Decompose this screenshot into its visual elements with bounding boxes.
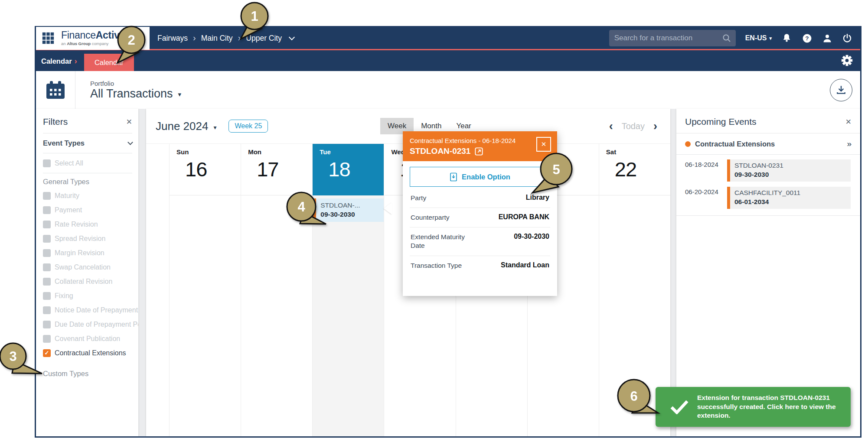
- divider: [43, 173, 132, 173]
- divider: [75, 71, 75, 109]
- filter-checkbox-spread-revision[interactable]: Spread Revision: [43, 231, 138, 246]
- custom-types-label: Custom Types: [43, 370, 138, 378]
- divider: [43, 153, 132, 153]
- filter-checkbox-collateral-revision[interactable]: Collateral Revision: [43, 274, 138, 289]
- popup-transaction-id[interactable]: STDLOAN-0231: [410, 146, 470, 156]
- checkmark-icon: [670, 400, 689, 414]
- callout-3: 3: [0, 337, 57, 393]
- chevron-down-icon: [127, 140, 133, 145]
- checkbox-unchecked-icon: [43, 235, 51, 243]
- toast-message: Extension for transaction STDLOAN-0231 s…: [697, 393, 840, 420]
- breadcrumb-separator-icon: ›: [193, 33, 196, 43]
- contractual-extensions-dot-icon: [685, 141, 691, 147]
- event-card: CASHFACILITY_0011 06-01-2034: [727, 187, 851, 209]
- date-navigation: ‹ Today ›: [609, 120, 661, 132]
- checkbox-unchecked-icon: [43, 192, 51, 200]
- external-link-icon[interactable]: [474, 147, 483, 156]
- upcoming-section-header: Contractual Extensions »: [676, 133, 860, 154]
- upcoming-event-item[interactable]: 06-20-2024 CASHFACILITY_0011 06-01-2034: [676, 182, 860, 209]
- svg-text:6: 6: [630, 389, 637, 404]
- callout-1: 1: [228, 0, 280, 49]
- search-box[interactable]: [609, 30, 736, 46]
- filter-checkbox-due-date-prepayment[interactable]: Due Date of Prepayment Penalty: [43, 317, 138, 331]
- module-navbar: Calendar › Calendar: [36, 50, 860, 71]
- module-breadcrumb-chevron-icon: ›: [75, 56, 77, 66]
- search-icon[interactable]: [722, 33, 731, 43]
- help-icon[interactable]: ?: [802, 33, 813, 44]
- enable-option-icon: [450, 172, 457, 182]
- checkbox-unchecked-icon: [43, 306, 51, 314]
- checkbox-unchecked-icon: [43, 292, 51, 300]
- top-navbar: FinanceActive an Altus Group company Fai…: [36, 27, 860, 50]
- close-icon: ✕: [541, 140, 547, 148]
- filter-checkbox-swap-cancelation[interactable]: Swap Cancelation: [43, 260, 138, 274]
- popup-title: Contractual Extensions - 06-18-2024: [410, 137, 550, 144]
- checkbox-unchecked-icon: [43, 159, 51, 167]
- general-types-label: General Types: [43, 178, 138, 186]
- today-button[interactable]: Today: [622, 121, 645, 131]
- svg-text:2: 2: [127, 32, 135, 48]
- checkbox-unchecked-icon: [43, 321, 51, 328]
- divider: [676, 215, 860, 216]
- caret-down-icon: ▾: [769, 36, 772, 41]
- popup-pointer-arrow: [384, 202, 392, 214]
- day-column-sun[interactable]: Sun16: [170, 144, 241, 436]
- filter-checkbox-contractual-extensions[interactable]: ✓ Contractual Extensions: [43, 346, 138, 360]
- brand-regular: Finance: [61, 29, 96, 41]
- svg-text:5: 5: [552, 162, 560, 177]
- filter-checkbox-fixing[interactable]: Fixing: [43, 289, 138, 303]
- month-label: June 2024: [156, 120, 208, 133]
- callout-2: 2: [104, 20, 157, 72]
- settings-gear-icon[interactable]: [841, 54, 853, 67]
- upcoming-events-title: Upcoming Events: [685, 117, 757, 127]
- svg-text:3: 3: [9, 349, 16, 364]
- grid-gutter: [146, 144, 170, 436]
- event-types-label: Event Types: [43, 139, 85, 147]
- module-breadcrumb[interactable]: Calendar: [41, 57, 72, 65]
- filter-checkbox-payment[interactable]: Payment: [43, 203, 138, 217]
- next-week-icon[interactable]: ›: [653, 120, 657, 132]
- filter-checkbox-covenant-publication[interactable]: Covenant Publication: [43, 331, 138, 346]
- calendar-icon: [44, 81, 75, 100]
- filter-checkbox-notice-date-prepayment[interactable]: Notice Date of Prepayment Penalty: [43, 303, 138, 317]
- navbar-actions: EN-US ▾ ?: [609, 30, 860, 46]
- caret-down-icon: ▾: [213, 124, 216, 131]
- page: FinanceActive an Altus Group company Fai…: [0, 0, 868, 445]
- search-input[interactable]: [614, 34, 722, 42]
- svg-text:4: 4: [297, 199, 305, 214]
- month-selector[interactable]: June 2024 ▾: [156, 120, 216, 133]
- callout-4: 4: [277, 187, 334, 239]
- download-button[interactable]: [830, 79, 852, 101]
- upcoming-event-item[interactable]: 06-18-2024 STDLOAN-0231 09-30-2030: [676, 155, 860, 182]
- download-icon: [835, 84, 847, 96]
- week-badge[interactable]: Week 25: [228, 120, 268, 133]
- checkbox-unchecked-icon: [43, 206, 51, 214]
- event-types-section-header[interactable]: Event Types: [43, 133, 138, 153]
- callout-5: 5: [528, 149, 584, 201]
- callout-6: 6: [612, 375, 669, 427]
- chevron-down-icon[interactable]: [289, 34, 295, 40]
- breadcrumb-item-fairways[interactable]: Fairways: [157, 34, 188, 43]
- apps-grid-icon[interactable]: [41, 31, 55, 45]
- notifications-bell-icon[interactable]: [781, 33, 792, 44]
- filters-close-icon[interactable]: ✕: [126, 117, 132, 127]
- power-logout-icon[interactable]: [842, 33, 852, 44]
- upcoming-close-icon[interactable]: ✕: [845, 117, 852, 127]
- portfolio-selector[interactable]: Portfolio All Transactions ▾: [90, 80, 181, 101]
- expand-double-chevron-icon[interactable]: »: [847, 139, 852, 149]
- language-value: EN-US: [745, 34, 767, 42]
- user-profile-icon[interactable]: [822, 33, 832, 44]
- filter-checkbox-rate-revision[interactable]: Rate Revision: [43, 217, 138, 231]
- filter-checkbox-select-all[interactable]: Select All: [43, 156, 138, 170]
- prev-week-icon[interactable]: ‹: [609, 120, 613, 132]
- filters-title: Filters: [43, 117, 68, 127]
- success-toast[interactable]: Extension for transaction STDLOAN-0231 s…: [656, 387, 851, 427]
- filter-checkbox-maturity[interactable]: Maturity: [43, 188, 138, 203]
- svg-text:?: ?: [805, 35, 809, 42]
- caret-down-icon: ▾: [178, 91, 182, 98]
- event-date: 06-20-2024: [685, 187, 723, 209]
- filter-checkbox-margin-revision[interactable]: Margin Revision: [43, 246, 138, 260]
- checkbox-unchecked-icon: [43, 221, 51, 228]
- language-selector[interactable]: EN-US ▾: [745, 34, 772, 42]
- portfolio-label: Portfolio: [90, 80, 181, 87]
